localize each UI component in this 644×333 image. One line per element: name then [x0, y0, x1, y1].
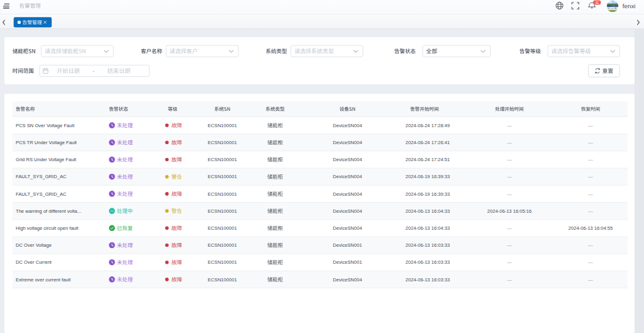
svg-text:DC Over Current: DC Over Current	[16, 259, 52, 265]
svg-text:2024-06-24 17:24:51: 2024-06-24 17:24:51	[406, 157, 450, 162]
svg-text:—: —	[588, 174, 593, 179]
svg-text:—: —	[588, 191, 593, 197]
svg-text:Grid RS Under Voltage Fault: Grid RS Under Voltage Fault	[16, 157, 77, 162]
svg-text:DeviceSN004: DeviceSN004	[333, 157, 362, 162]
svg-text:DeviceSN001: DeviceSN001	[333, 242, 362, 248]
svg-text:DeviceSN004: DeviceSN004	[333, 140, 362, 145]
svg-text:2024-06-19 16:39:33: 2024-06-19 16:39:33	[406, 174, 450, 179]
svg-text:Extreme over current fault: Extreme over current fault	[16, 277, 71, 283]
svg-text:—: —	[588, 208, 593, 214]
svg-text:PCS SN Over Voltage Fault: PCS SN Over Voltage Fault	[16, 123, 75, 128]
svg-text:DeviceSN004: DeviceSN004	[333, 174, 362, 179]
svg-text:PCS TR Under Voltage Fault: PCS TR Under Voltage Fault	[16, 140, 77, 145]
svg-text:FAULT_SYS_GRID_AC: FAULT_SYS_GRID_AC	[16, 174, 67, 179]
svg-text:ECSN100001: ECSN100001	[208, 242, 236, 248]
svg-text:fenxi: fenxi	[623, 3, 636, 9]
svg-text:—: —	[507, 191, 512, 197]
svg-text:11: 11	[595, 1, 599, 4]
svg-text:DeviceSN004: DeviceSN004	[333, 208, 362, 214]
svg-text:DeviceSN004: DeviceSN004	[333, 277, 362, 283]
svg-text:2024-06-13 16:03:33: 2024-06-13 16:03:33	[406, 277, 450, 283]
svg-text:DeviceSN004: DeviceSN004	[333, 123, 362, 128]
svg-text:—: —	[507, 277, 512, 283]
svg-text:2024-06-24 17:28:49: 2024-06-24 17:28:49	[406, 123, 450, 128]
svg-text:2024-06-13 16:04:55: 2024-06-13 16:04:55	[569, 225, 613, 231]
svg-text:2024-06-13 16:03:33: 2024-06-13 16:03:33	[406, 259, 450, 265]
svg-text:2024-06-19 16:39:33: 2024-06-19 16:39:33	[406, 191, 450, 197]
svg-text:2024-06-13 16:04:33: 2024-06-13 16:04:33	[406, 225, 450, 231]
svg-text:High voltage circuit open faul: High voltage circuit open fault	[16, 225, 79, 231]
svg-text:ECSN100001: ECSN100001	[208, 208, 236, 214]
svg-text:ECSN100001: ECSN100001	[208, 174, 236, 179]
svg-text:—: —	[588, 242, 593, 248]
svg-text:ECSN100001: ECSN100001	[208, 259, 236, 265]
svg-text:—: —	[507, 123, 512, 128]
svg-text:—: —	[588, 259, 593, 265]
svg-text:—: —	[588, 140, 593, 145]
svg-text:2024-06-24 17:26:41: 2024-06-24 17:26:41	[406, 140, 450, 145]
svg-text:DeviceSN004: DeviceSN004	[333, 225, 362, 231]
svg-text:ECSN100001: ECSN100001	[208, 277, 236, 283]
svg-text:2024-06-13 16:05:16: 2024-06-13 16:05:16	[487, 208, 532, 214]
svg-text:ECSN100001: ECSN100001	[208, 123, 236, 128]
svg-text:—: —	[507, 157, 512, 162]
svg-text:—: —	[588, 157, 593, 162]
svg-text:DeviceSN001: DeviceSN001	[333, 259, 362, 265]
svg-text:ECSN100001: ECSN100001	[208, 140, 236, 145]
svg-text:—: —	[507, 242, 512, 248]
svg-text:2024-06-13 16:04:33: 2024-06-13 16:04:33	[406, 208, 450, 214]
svg-text:—: —	[507, 174, 512, 179]
svg-text:—: —	[588, 277, 593, 283]
svg-text:ECSN100001: ECSN100001	[208, 157, 236, 162]
svg-text:ECSN100001: ECSN100001	[208, 191, 236, 197]
svg-text:DC Over Voltage: DC Over Voltage	[16, 242, 52, 248]
svg-text:The warning of different volta: The warning of different volta...	[16, 208, 81, 214]
svg-text:2024-06-13 16:03:33: 2024-06-13 16:03:33	[406, 242, 450, 248]
svg-text:—: —	[507, 140, 512, 145]
svg-text:ECSN100001: ECSN100001	[208, 225, 236, 231]
svg-text:FAULT_SYS_GRID_AC: FAULT_SYS_GRID_AC	[16, 191, 67, 197]
svg-text:DeviceSN004: DeviceSN004	[333, 191, 362, 197]
svg-text:—: —	[507, 225, 512, 231]
svg-text:—: —	[588, 123, 593, 128]
svg-text:—: —	[507, 259, 512, 265]
